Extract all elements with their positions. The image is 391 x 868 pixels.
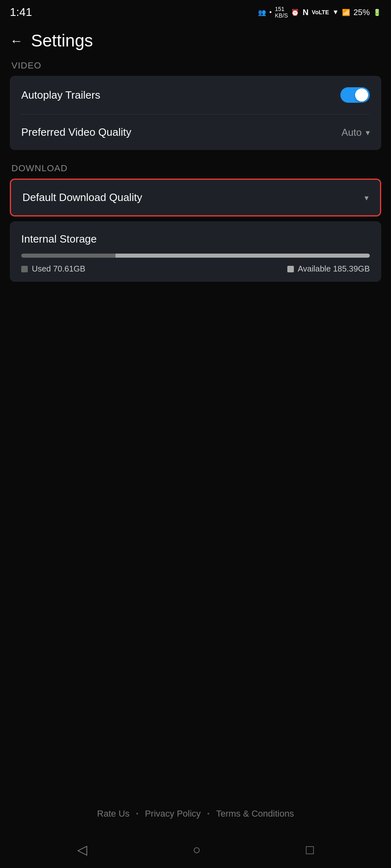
video-section-label: VIDEO (10, 60, 381, 71)
internal-storage-label: Internal Storage (21, 233, 370, 245)
storage-available-legend: Available 185.39GB (287, 264, 370, 274)
network-speed-icon: 151KB/S (275, 6, 288, 19)
chevron-down-icon: ▾ (366, 128, 370, 137)
nav-bar: ◁ ○ □ (0, 831, 391, 868)
preferred-video-quality-row[interactable]: Preferred Video Quality Auto ▾ (10, 115, 381, 150)
footer-dot-1: • (136, 810, 138, 817)
back-button[interactable]: ← (10, 34, 23, 47)
storage-available-label: Available 185.39GB (298, 264, 370, 274)
nav-home-button[interactable]: ○ (193, 842, 200, 857)
wifi-icon: ▼ (332, 9, 339, 16)
chevron-down-icon-2: ▾ (364, 193, 369, 203)
content: VIDEO Autoplay Trailers Preferred Video … (0, 60, 391, 282)
autoplay-trailers-label: Autoplay Trailers (21, 89, 100, 102)
preferred-video-quality-value: Auto (342, 127, 362, 138)
autoplay-trailers-toggle[interactable] (340, 87, 370, 103)
preferred-video-quality-label: Preferred Video Quality (21, 126, 131, 139)
used-dot (21, 266, 28, 272)
alarm-icon: ⏰ (291, 9, 299, 16)
storage-bar-used (21, 254, 116, 258)
preferred-video-quality-dropdown[interactable]: Auto ▾ (342, 127, 370, 138)
toggle-knob (355, 88, 368, 102)
status-bar: 1:41 👥 • 151KB/S ⏰ N VoLTE ▼ 📶 25% 🔋 (0, 0, 391, 23)
autoplay-trailers-row: Autoplay Trailers (10, 76, 381, 114)
default-download-quality-card[interactable]: Default Download Quality ▾ (10, 179, 381, 216)
storage-bar-available (116, 254, 370, 258)
status-time: 1:41 (10, 6, 32, 19)
internal-storage-card: Internal Storage Used 70.61GB Available … (10, 221, 381, 282)
page-title: Settings (31, 31, 93, 51)
download-section-label: DOWNLOAD (10, 163, 381, 174)
storage-used-legend: Used 70.61GB (21, 264, 85, 274)
storage-used-label: Used 70.61GB (32, 264, 85, 274)
default-download-quality-row[interactable]: Default Download Quality ▾ (11, 180, 380, 215)
internal-storage-row: Internal Storage Used 70.61GB Available … (10, 221, 381, 282)
header: ← Settings (0, 23, 391, 60)
storage-bar (21, 254, 370, 258)
footer: Rate Us • Privacy Policy • Terms & Condi… (0, 800, 391, 827)
default-download-quality-label: Default Download Quality (22, 191, 142, 204)
nav-recent-button[interactable]: □ (306, 842, 314, 857)
nfc-icon: N (302, 8, 308, 17)
volte-icon: VoLTE (312, 9, 329, 15)
video-card: Autoplay Trailers Preferred Video Qualit… (10, 76, 381, 150)
signal-icon: 📶 (342, 9, 350, 16)
footer-dot-2: • (207, 810, 210, 817)
nav-back-button[interactable]: ◁ (77, 842, 87, 857)
battery-percent: 25% (353, 8, 370, 17)
default-download-quality-dropdown[interactable]: ▾ (364, 193, 369, 203)
dot-icon: • (269, 9, 272, 16)
privacy-policy-link[interactable]: Privacy Policy (145, 808, 201, 819)
terms-conditions-link[interactable]: Terms & Conditions (216, 808, 294, 819)
status-icons: 👥 • 151KB/S ⏰ N VoLTE ▼ 📶 25% 🔋 (258, 6, 381, 19)
storage-legend: Used 70.61GB Available 185.39GB (21, 264, 370, 274)
available-dot (287, 266, 294, 272)
battery-icon: 🔋 (373, 9, 381, 16)
rate-us-link[interactable]: Rate Us (97, 808, 129, 819)
teams-icon: 👥 (258, 9, 266, 16)
